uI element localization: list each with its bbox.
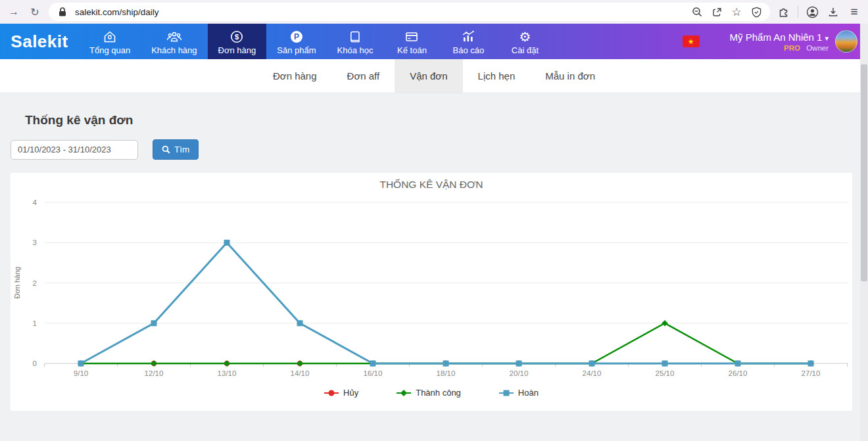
user-role: Owner [806,44,829,52]
nav-item-cai-dat[interactable]: ⚙ Cài đặt [496,24,553,59]
nav-item-khach-hang[interactable]: Khách hàng [141,24,207,59]
tab-mau-in-don[interactable]: Mẫu in đơn [530,59,610,93]
vietnam-flag-icon[interactable]: ★ [683,35,700,47]
svg-text:4: 4 [33,198,37,206]
nav-item-khoa-hoc[interactable]: Khóa học [327,24,384,59]
svg-text:2: 2 [33,279,37,287]
orders-dollar-icon: $ [229,28,244,44]
avatar[interactable] [835,30,857,53]
report-chart-icon [460,28,476,44]
svg-text:9/10: 9/10 [74,369,88,377]
svg-text:20/10: 20/10 [510,369,529,377]
search-icon [162,145,170,154]
product-p-icon: P [289,28,304,44]
download-icon[interactable] [826,6,840,18]
chevron-down-icon: ▾ [825,34,829,42]
plan-badge: PRO [784,44,800,52]
shipping-stats-line-chart[interactable]: 012349/1012/1013/1014/1016/1018/1020/102… [11,173,852,411]
svg-text:14/10: 14/10 [291,369,310,377]
browser-toolbar: → ↻ salekit.com/ship/daily ☆ ≡ [0,0,868,24]
chart-card: THỐNG KÊ VẬN ĐƠN 012349/1012/1013/1014/1… [11,173,852,411]
nav-label: Cài đặt [512,45,539,55]
course-book-icon [348,28,362,44]
scrollbar-thumb[interactable] [861,64,867,281]
nav-item-san-pham[interactable]: P Sản phẩm [266,24,326,59]
svg-text:Đơn hàng: Đơn hàng [13,267,21,299]
nav-item-bao-cao[interactable]: Báo cáo [440,24,496,59]
reload-icon[interactable]: ↻ [28,6,42,18]
tab-don-hang[interactable]: Đơn hàng [258,59,332,93]
svg-text:18/10: 18/10 [437,369,456,377]
lock-icon [55,7,70,17]
salekit-logo[interactable]: Salekit [0,24,79,59]
legend-marker-square [499,389,514,397]
accounting-card-icon [404,28,419,44]
svg-text:1: 1 [33,319,37,327]
svg-text:13/10: 13/10 [218,369,237,377]
svg-text:16/10: 16/10 [364,369,383,377]
address-bar[interactable]: salekit.com/ship/daily ☆ [49,3,770,21]
svg-text:27/10: 27/10 [802,369,821,377]
page-title: Thống kê vận đơn [0,93,868,128]
nav-label: Báo cáo [453,45,485,55]
app-navbar: Salekit Tổng quan Khách hàng $ Đơn hàng … [0,24,868,59]
browser-actions: ≡ [777,5,861,19]
nav-label: Khóa học [337,45,374,55]
legend-label: Hủy [343,388,358,398]
shield-icon[interactable] [749,7,763,18]
svg-text:3: 3 [33,239,37,246]
page-scrollbar[interactable] [860,24,868,441]
svg-text:25/10: 25/10 [656,369,675,377]
nav-item-tong-quan[interactable]: Tổng quan [79,24,141,59]
legend-item-hoan[interactable]: Hoàn [499,388,539,398]
legend-item-huy[interactable]: Hủy [324,388,358,398]
user-menu[interactable]: Mỹ Phẩm An Nhiên 1▾ PRO Owner [730,24,829,59]
chart-legend: Hủy Thành công Hoàn [11,388,852,398]
tab-don-aff[interactable]: Đơn aff [332,59,395,93]
search-button[interactable]: Tìm [153,139,199,160]
tab-van-don[interactable]: Vận đơn [395,59,462,93]
bookmark-star-icon[interactable]: ☆ [729,5,744,19]
settings-gear-icon: ⚙ [519,28,531,44]
nav-label: Khách hàng [151,45,197,55]
date-range-input[interactable] [11,140,138,160]
legend-label: Thành công [416,388,461,398]
nav-label: Kế toán [397,45,427,55]
legend-label: Hoàn [518,388,539,398]
menu-icon[interactable]: ≡ [847,5,861,19]
forward-icon[interactable]: → [7,6,21,18]
svg-text:24/10: 24/10 [583,369,602,377]
nav-label: Đơn hàng [218,45,256,55]
subnav-tabs: Đơn hàng Đơn aff Vận đơn Lịch hẹn Mẫu in… [0,59,868,93]
toolbar-separator [798,6,798,18]
profile-icon[interactable] [805,6,819,18]
filter-controls: Tìm [0,128,868,160]
svg-text:12/10: 12/10 [145,369,164,377]
nav-spacer [553,24,682,59]
nav-label: Sản phẩm [277,45,316,55]
nav-label: Tổng quan [89,45,130,55]
user-name: Mỹ Phẩm An Nhiên 1 [730,32,823,43]
customers-icon [166,28,183,44]
url-text[interactable]: salekit.com/ship/daily [75,7,685,17]
svg-text:P: P [294,32,299,41]
legend-marker-diamond [397,389,411,397]
search-button-label: Tìm [174,145,189,154]
extensions-puzzle-icon[interactable] [777,6,791,18]
nav-item-don-hang[interactable]: $ Đơn hàng [208,24,267,59]
zoom-out-icon[interactable] [690,7,704,18]
legend-item-thanh-cong[interactable]: Thành công [397,388,461,398]
nav-item-ke-toan[interactable]: Kế toán [383,24,440,59]
legend-marker-circle [324,389,339,397]
home-icon [103,28,117,44]
tab-lich-hen[interactable]: Lịch hẹn [463,59,531,93]
svg-text:$: $ [235,33,239,41]
main-content: Thống kê vận đơn Tìm THỐNG KÊ VẬN ĐƠN 01… [0,93,868,160]
svg-text:26/10: 26/10 [729,369,748,377]
share-icon[interactable] [710,7,724,18]
svg-text:0: 0 [33,360,37,367]
